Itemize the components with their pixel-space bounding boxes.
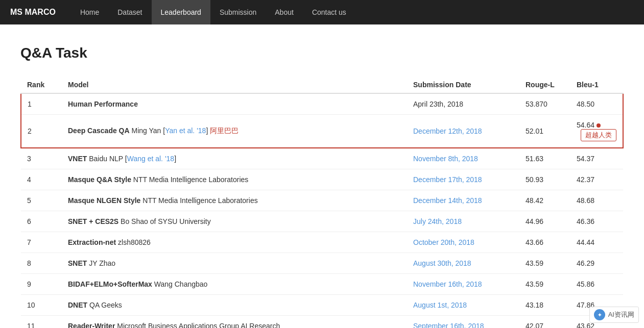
cell-rank: 9: [21, 274, 62, 295]
model-name: Masque Q&A Style: [68, 175, 131, 184]
cell-date[interactable]: December 17th, 2018: [407, 169, 519, 190]
table-row: 7Extraction-net zlsh80826October 20th, 2…: [21, 232, 623, 253]
col-rank: Rank: [21, 77, 62, 93]
model-org-chinese: 阿里巴巴: [210, 127, 238, 135]
cell-rank: 7: [21, 232, 62, 253]
cell-rank: 3: [21, 148, 62, 169]
exceed-dot: [597, 123, 601, 128]
cell-model: Reader-Writer Microsoft Business Applica…: [62, 316, 407, 329]
nav-submission[interactable]: Submission: [210, 0, 266, 24]
cell-date: April 23th, 2018: [407, 93, 519, 115]
cell-model: SNET + CES2S Bo Shao of SYSU University: [62, 211, 407, 232]
model-extra: NTT Media Intelligence Laboratories: [133, 175, 248, 184]
cell-model: Deep Cascade QA Ming Yan [Yan et al. '18…: [62, 115, 407, 148]
model-name: BIDAF+ELMo+SofterMax: [68, 280, 152, 288]
exceed-human-badge: 超越人类: [581, 129, 616, 141]
col-model: Model: [62, 77, 407, 93]
cell-bleu: 46.36: [570, 211, 623, 232]
table-row: 5Masque NLGEN Style NTT Media Intelligen…: [21, 190, 623, 211]
table-header-row: Rank Model Submission Date Rouge-L Bleu-…: [21, 77, 623, 93]
cell-rouge: 44.96: [519, 211, 570, 232]
date-link[interactable]: July 24th, 2018: [413, 217, 462, 225]
table-row: 3VNET Baidu NLP [Wang et al. '18]Novembe…: [21, 148, 623, 169]
cell-date[interactable]: August 30th, 2018: [407, 253, 519, 274]
cell-model: Human Performance: [62, 93, 407, 115]
cell-bleu: 46.29: [570, 253, 623, 274]
cell-rank: 5: [21, 190, 62, 211]
model-reference-link[interactable]: Yan et al. '18: [165, 127, 206, 135]
date-link[interactable]: September 16th, 2018: [413, 322, 484, 328]
col-date: Submission Date: [407, 77, 519, 93]
cell-date[interactable]: November 8th, 2018: [407, 148, 519, 169]
watermark-text: AI资讯网: [608, 310, 634, 319]
nav-about[interactable]: About: [266, 0, 303, 24]
date-link[interactable]: December 14th, 2018: [413, 196, 482, 205]
model-extra: Bo Shao of SYSU University: [121, 217, 211, 225]
table-row: 9BIDAF+ELMo+SofterMax Wang ChangbaoNovem…: [21, 274, 623, 295]
table-row: 10DNET QA GeeksAugust 1st, 201843.1847.8…: [21, 295, 623, 316]
cell-rouge: 51.63: [519, 148, 570, 169]
cell-bleu: 45.86: [570, 274, 623, 295]
model-name: Masque NLGEN Style: [68, 196, 140, 205]
nav-home[interactable]: Home: [71, 0, 108, 24]
cell-bleu: 44.44: [570, 232, 623, 253]
cell-date[interactable]: August 1st, 2018: [407, 295, 519, 316]
navbar: MS MARCO Home Dataset Leaderboard Submis…: [0, 0, 644, 24]
cell-date[interactable]: July 24th, 2018: [407, 211, 519, 232]
watermark-icon: ✦: [594, 309, 605, 320]
cell-date[interactable]: October 20th, 2018: [407, 232, 519, 253]
date-link[interactable]: November 8th, 2018: [413, 155, 478, 163]
cell-date[interactable]: November 16th, 2018: [407, 274, 519, 295]
date-link[interactable]: October 20th, 2018: [413, 238, 474, 246]
model-name: Human Performance: [68, 100, 138, 108]
cell-rouge: 52.01: [519, 115, 570, 148]
cell-rouge: 53.870: [519, 93, 570, 115]
page-content: Q&A Task Rank Model Submission Date Roug…: [0, 24, 644, 328]
model-name: Deep Cascade QA: [68, 127, 130, 135]
table-row: 6SNET + CES2S Bo Shao of SYSU University…: [21, 211, 623, 232]
col-rouge: Rouge-L: [519, 77, 570, 93]
nav-dataset[interactable]: Dataset: [108, 0, 151, 24]
cell-rouge: 42.07: [519, 316, 570, 329]
model-reference-link[interactable]: Wang et al. '18: [127, 155, 174, 163]
cell-bleu: 48.50: [570, 93, 623, 115]
cell-rouge: 43.59: [519, 253, 570, 274]
table-row: 1Human PerformanceApril 23th, 201853.870…: [21, 93, 623, 115]
model-extra: QA Geeks: [89, 301, 122, 309]
cell-bleu: 42.37: [570, 169, 623, 190]
cell-rank: 4: [21, 169, 62, 190]
cell-rank: 2: [21, 115, 62, 148]
cell-date[interactable]: September 16th, 2018: [407, 316, 519, 329]
date-link[interactable]: August 1st, 2018: [413, 301, 467, 309]
cell-model: Masque Q&A Style NTT Media Intelligence …: [62, 169, 407, 190]
cell-rouge: 43.66: [519, 232, 570, 253]
cell-rouge: 43.18: [519, 295, 570, 316]
cell-model: Extraction-net zlsh80826: [62, 232, 407, 253]
cell-date[interactable]: December 14th, 2018: [407, 190, 519, 211]
cell-rouge: 48.42: [519, 190, 570, 211]
cell-bleu: 54.37: [570, 148, 623, 169]
cell-model: DNET QA Geeks: [62, 295, 407, 316]
model-name: SNET: [68, 259, 87, 267]
cell-rank: 6: [21, 211, 62, 232]
brand-logo: MS MARCO: [10, 8, 56, 17]
date-link[interactable]: December 17th, 2018: [413, 175, 482, 184]
cell-rank: 11: [21, 316, 62, 329]
model-name: Reader-Writer: [68, 322, 115, 328]
model-name: VNET: [68, 155, 87, 163]
table-row: 4Masque Q&A Style NTT Media Intelligence…: [21, 169, 623, 190]
watermark: ✦ AI资讯网: [589, 307, 639, 323]
date-link[interactable]: August 30th, 2018: [413, 259, 471, 267]
col-bleu: Bleu-1: [570, 77, 623, 93]
leaderboard-table: Rank Model Submission Date Rouge-L Bleu-…: [20, 77, 624, 328]
model-extra: Wang Changbao: [154, 280, 208, 288]
nav-contact[interactable]: Contact us: [303, 0, 355, 24]
cell-model: Masque NLGEN Style NTT Media Intelligenc…: [62, 190, 407, 211]
cell-date[interactable]: December 12th, 2018: [407, 115, 519, 148]
model-extra: NTT Media Intelligence Laboratories: [142, 196, 257, 205]
date-link[interactable]: November 16th, 2018: [413, 280, 482, 288]
model-name: Extraction-net: [68, 238, 116, 246]
cell-model: VNET Baidu NLP [Wang et al. '18]: [62, 148, 407, 169]
nav-leaderboard[interactable]: Leaderboard: [152, 0, 210, 24]
date-link[interactable]: December 12th, 2018: [413, 127, 482, 135]
